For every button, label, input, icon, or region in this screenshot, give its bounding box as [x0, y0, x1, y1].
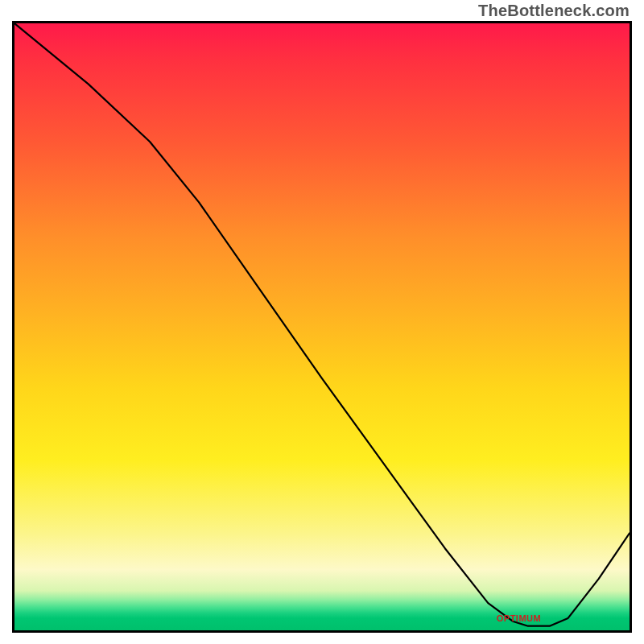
heatmap-plot: OPTIMUM — [12, 21, 632, 633]
attribution-text: TheBottleneck.com — [478, 2, 630, 20]
bottleneck-curve — [14, 23, 630, 630]
chart-container: TheBottleneck.com OPTIMUM — [0, 0, 644, 644]
optimum-label: OPTIMUM — [497, 613, 541, 623]
